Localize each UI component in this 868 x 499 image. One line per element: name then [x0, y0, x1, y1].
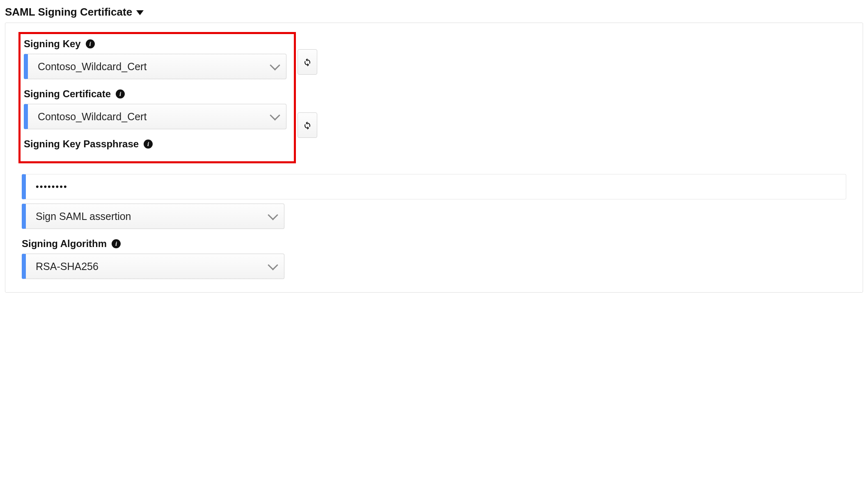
info-icon[interactable]: i	[144, 140, 153, 149]
info-icon[interactable]: i	[112, 239, 121, 248]
section-header[interactable]: SAML Signing Certificate	[5, 5, 863, 23]
field-signing-algorithm: Signing Algorithm i RSA-SHA256	[22, 238, 846, 279]
signing-certificate-select[interactable]: Contoso_Wildcard_Cert	[24, 104, 286, 129]
select-value: Contoso_Wildcard_Cert	[38, 61, 271, 73]
highlight-box: Signing Key i Contoso_Wildcard_Cert Sign…	[18, 32, 296, 163]
info-icon[interactable]: i	[116, 89, 125, 98]
field-signing-key: Signing Key i Contoso_Wildcard_Cert	[24, 38, 291, 79]
select-value: RSA-SHA256	[36, 261, 269, 272]
field-signing-key-passphrase: Signing Key Passphrase i	[24, 138, 291, 150]
info-icon[interactable]: i	[86, 39, 95, 48]
label-signing-certificate: Signing Certificate i	[24, 88, 291, 100]
chevron-down-icon	[268, 260, 278, 270]
signing-key-passphrase-input[interactable]	[22, 174, 846, 199]
signing-algorithm-select[interactable]: RSA-SHA256	[22, 254, 284, 279]
refresh-signing-certificate-button[interactable]	[298, 112, 317, 138]
label-text: Signing Certificate	[24, 88, 111, 100]
label-text: Signing Key	[24, 38, 81, 50]
label-signing-algorithm: Signing Algorithm i	[22, 238, 846, 250]
select-value: Sign SAML assertion	[36, 211, 269, 222]
section-title: SAML Signing Certificate	[5, 6, 132, 18]
caret-down-icon	[136, 10, 144, 15]
signing-option-select[interactable]: Sign SAML assertion	[22, 204, 284, 229]
section-panel: Signing Key i Contoso_Wildcard_Cert Sign…	[5, 23, 863, 293]
signing-key-select[interactable]: Contoso_Wildcard_Cert	[24, 54, 286, 79]
label-signing-key-passphrase: Signing Key Passphrase i	[24, 138, 291, 150]
chevron-down-icon	[270, 110, 280, 120]
refresh-icon	[302, 120, 312, 130]
label-text: Signing Algorithm	[22, 238, 107, 250]
label-signing-key: Signing Key i	[24, 38, 291, 50]
select-value: Contoso_Wildcard_Cert	[38, 111, 271, 123]
refresh-icon	[302, 57, 312, 67]
chevron-down-icon	[268, 210, 278, 220]
label-text: Signing Key Passphrase	[24, 138, 139, 150]
chevron-down-icon	[270, 60, 280, 70]
refresh-signing-key-button[interactable]	[298, 49, 317, 75]
field-signing-certificate: Signing Certificate i Contoso_Wildcard_C…	[24, 88, 291, 129]
